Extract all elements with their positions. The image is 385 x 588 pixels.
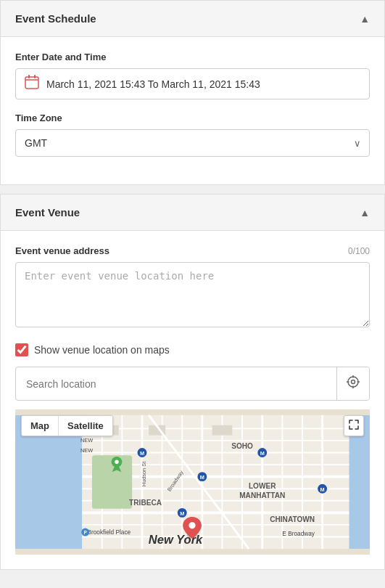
target-icon <box>346 375 360 393</box>
event-schedule-body: Enter Date and Time March 11, 2021 15:43… <box>1 37 384 184</box>
event-venue-title: Event Venue <box>15 206 80 219</box>
date-time-field: Enter Date and Time March 11, 2021 15:43… <box>15 52 370 99</box>
event-schedule-title: Event Schedule <box>15 12 96 25</box>
date-time-label: Enter Date and Time <box>15 52 370 62</box>
event-schedule-chevron: ▲ <box>360 13 370 25</box>
svg-text:Brookfield Place: Brookfield Place <box>87 529 131 536</box>
svg-text:MANHATTAN: MANHATTAN <box>239 491 285 499</box>
svg-rect-38 <box>212 425 233 436</box>
timezone-select-wrapper: GMT UTC EST PST ∨ <box>15 129 370 157</box>
svg-text:M: M <box>200 474 204 481</box>
date-input-row[interactable]: March 11, 2021 15:43 To March 11, 2021 1… <box>15 68 370 99</box>
event-schedule-header[interactable]: Event Schedule ▲ <box>1 1 384 37</box>
svg-text:P: P <box>84 530 88 535</box>
event-schedule-section: Event Schedule ▲ Enter Date and Time Mar… <box>0 0 385 185</box>
event-venue-body: Event venue address 0/100 Show venue loc… <box>1 231 384 569</box>
map-tab-satellite[interactable]: Satellite <box>58 416 112 436</box>
event-venue-chevron: ▲ <box>360 207 370 219</box>
svg-rect-2 <box>34 75 36 78</box>
svg-point-61 <box>115 460 119 465</box>
venue-address-label-row: Event venue address 0/100 <box>15 245 370 256</box>
svg-text:TRIBECA: TRIBECA <box>129 499 162 507</box>
venue-address-textarea[interactable] <box>15 262 370 327</box>
calendar-icon <box>25 75 39 93</box>
svg-rect-1 <box>28 75 30 78</box>
svg-text:NEW: NEW <box>80 447 93 454</box>
svg-point-4 <box>352 380 355 384</box>
svg-point-3 <box>348 377 358 387</box>
show-on-map-checkbox[interactable] <box>15 343 28 356</box>
svg-text:M: M <box>140 450 144 457</box>
timezone-select[interactable]: GMT UTC EST PST <box>15 129 370 157</box>
svg-text:LOWER: LOWER <box>249 482 276 490</box>
venue-address-field: Event venue address 0/100 <box>15 245 370 330</box>
svg-text:CHINATOWN: CHINATOWN <box>270 515 315 523</box>
timezone-field: Time Zone GMT UTC EST PST ∨ <box>15 113 370 157</box>
date-time-value: March 11, 2021 15:43 To March 11, 2021 1… <box>46 78 260 90</box>
show-on-map-label: Show venue location on maps <box>34 344 170 356</box>
map-fullscreen-button[interactable] <box>344 415 364 436</box>
svg-point-68 <box>189 522 195 528</box>
svg-text:SOHO: SOHO <box>231 442 253 450</box>
svg-text:NEW: NEW <box>80 437 93 444</box>
map-container: M M M M M SOHO LOWER MANHATTAN TRIBECA C… <box>15 409 370 555</box>
location-target-button[interactable] <box>336 367 369 400</box>
event-venue-section: Event Venue ▲ Event venue address 0/100 … <box>0 194 385 570</box>
svg-text:M: M <box>180 510 184 517</box>
venue-address-label: Event venue address <box>15 245 109 256</box>
fullscreen-icon <box>349 420 359 430</box>
show-on-map-row: Show venue location on maps <box>15 343 370 356</box>
timezone-label: Time Zone <box>15 113 370 123</box>
svg-rect-0 <box>25 77 38 89</box>
map-controls: Map Satellite <box>21 415 113 436</box>
char-count: 0/100 <box>348 246 370 256</box>
event-venue-header[interactable]: Event Venue ▲ <box>1 195 384 231</box>
svg-text:Hudson St: Hudson St <box>141 462 147 486</box>
search-location-row <box>15 367 370 401</box>
svg-text:M: M <box>260 450 265 457</box>
svg-text:E Broadway: E Broadway <box>282 531 315 537</box>
search-location-input[interactable] <box>16 371 336 397</box>
map-tab-map[interactable]: Map <box>22 416 58 436</box>
svg-text:M: M <box>320 486 325 493</box>
